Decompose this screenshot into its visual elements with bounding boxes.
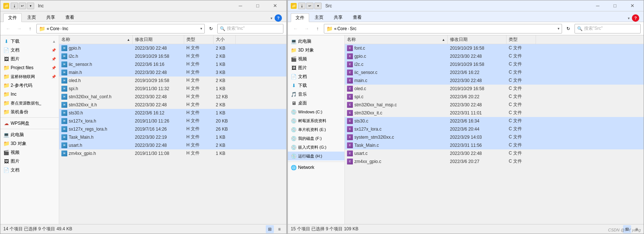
right-sidebar-video[interactable]: 🎬 视频 [288,54,344,63]
left-tab-home[interactable]: 主页 [22,13,41,22]
left-file-row-9[interactable]: Hsx127x_lora.h2019/11/30 11:26H 文件20 KB [59,117,286,125]
right-file-row-7[interactable]: Cstm32l0xx_hal_msp.c2022/3/30 22:48C 文件 [345,101,644,109]
right-file-row-3[interactable]: Ciic_sensor.c2022/3/6 16:22C 文件 [345,68,644,77]
left-bc-dropdown[interactable]: ▾ [200,26,202,31]
left-ribbon-expand[interactable]: ▾ [271,16,272,20]
right-sidebar-download[interactable]: ⬇ 下载 [288,81,344,90]
left-up-btn[interactable]: ↑ [25,24,35,33]
right-file-row-9[interactable]: Csts30.c2022/3/6 16:34C 文件 [345,117,644,125]
right-sidebar-music[interactable]: 🎵 音乐 [288,90,344,99]
right-sidebar-doc[interactable]: 📄 文档 [288,72,344,81]
right-ribbon-expand[interactable]: ▾ [628,16,630,20]
right-forward-btn[interactable]: → [302,24,311,33]
left-file-row-1[interactable]: Hi2c.h2019/10/29 16:58H 文件2 KB [59,52,286,60]
left-sidebar-doc2[interactable]: 📄 文档 [0,166,59,174]
left-sidebar-video[interactable]: 🎬 视频 [0,148,59,157]
right-back-btn[interactable]: ← [291,24,300,33]
right-refresh-btn[interactable]: ↻ [564,24,573,33]
left-sidebar-3d[interactable]: 📁 3D 对象 [0,139,59,148]
left-sidebar-docs[interactable]: 📄 文档 📌 [0,46,59,54]
right-file-row-0[interactable]: Cfont.c2019/10/29 16:58C 文件 [345,44,644,52]
right-sidebar-embed[interactable]: 💿 嵌入式资料 (G:) [288,143,344,152]
left-sidebar-saishi[interactable]: 📁 赛点资源数据包_ [0,99,59,107]
left-back-btn[interactable]: ← [3,24,13,33]
left-quick-btn-1[interactable]: ⭳ [11,3,18,9]
right-sidebar-raspi[interactable]: 💿 树莓派系统资料 [288,116,344,125]
left-help-btn[interactable]: ? [275,14,282,22]
right-bc-core[interactable]: Core [337,26,347,31]
left-sidebar-inc[interactable]: 📁 Inc [0,90,59,99]
right-file-row-14[interactable]: Czm4xx_gpio.c2022/3/6 20:27C 文件 [345,157,644,166]
left-grid-view-btn[interactable]: ⊞ [266,225,274,233]
left-sidebar-lanqiao[interactable]: 📁 蓝桥杯物联网 📌 [0,72,59,81]
left-file-row-7[interactable]: Hstm32l0xx_it.h2022/3/30 22:48H 文件2 KB [59,101,286,109]
left-bc-core[interactable]: Core [50,26,60,31]
right-quick-btn-down[interactable]: ▾ [314,3,322,9]
right-sidebar-desktop[interactable]: 🖥 桌面 [288,99,344,107]
left-minimize-btn[interactable]: ─ [232,0,249,11]
right-col-date[interactable]: 修改日期 [448,35,507,44]
left-sidebar-pics[interactable]: 🖼 图片 📌 [0,54,59,63]
right-bc-dropdown[interactable]: ▾ [558,26,559,31]
right-minimize-btn[interactable]: ─ [589,0,606,11]
left-sidebar-download[interactable]: ⬇ 下载 ▲ [0,37,59,46]
left-sidebar-wps[interactable]: ☁ WPS网盘 [0,119,59,128]
right-tab-file[interactable]: 文件 [291,13,309,22]
left-file-row-6[interactable]: Hstm32l0xx_hal_conf.h2022/3/30 22:48H 文件… [59,93,286,101]
left-col-date[interactable]: 修改日期 [133,35,184,44]
left-col-size[interactable]: 大小 [214,35,236,44]
left-sidebar-backup[interactable]: 📁 装机备份 [0,107,59,116]
right-sidebar-3d[interactable]: 📁 3D 对象 [288,46,344,54]
right-tab-view[interactable]: 查看 [348,13,366,22]
left-sidebar-pc[interactable]: 💻 此电脑 [0,130,59,139]
left-list-view-btn[interactable]: ≡ [275,225,283,233]
left-file-row-4[interactable]: Holed.h2019/10/29 16:58H 文件2 KB [59,77,286,85]
left-tab-view[interactable]: 查看 [61,13,79,22]
right-file-row-6[interactable]: Cspi.c2022/3/6 20:22C 文件 [345,93,644,101]
right-file-row-1[interactable]: Cgpio.c2022/3/30 22:48C 文件 [345,52,644,60]
right-close-btn[interactable]: ✕ [624,0,641,11]
right-file-row-12[interactable]: CTask_Main.c2022/3/31 11:56C 文件 [345,141,644,149]
left-breadcrumb[interactable]: 📁 « Core › Inc ▾ [36,24,205,33]
left-quick-btn-2[interactable]: ↩ [19,3,26,9]
left-col-name[interactable]: 名称 ▲ [59,35,133,44]
left-file-row-10[interactable]: Hsx127x_regs_lora.h2019/7/16 14:26H 文件26… [59,125,286,133]
right-sidebar-mcu[interactable]: 💿 单片机资料 (E:) [288,125,344,134]
left-file-row-8[interactable]: Hsts30.h2022/3/6 16:12H 文件1 KB [59,109,286,117]
left-sidebar-ref[interactable]: 📁 2-参考代码 [0,81,59,90]
right-file-row-11[interactable]: Csystem_stm32l0xx.c2022/3/29 14:03C 文件 [345,133,644,141]
right-file-row-2[interactable]: Ci2c.c2019/10/29 16:58C 文件 [345,60,644,68]
right-file-row-10[interactable]: Csx127x_lora.c2022/3/6 20:44C 文件 [345,125,644,133]
right-breadcrumb[interactable]: 📁 « Core › Src ▾ [324,24,562,33]
right-file-row-4[interactable]: Cmain.c2022/3/30 22:48C 文件 [345,77,644,85]
right-file-row-5[interactable]: Coled.c2019/10/29 16:58C 文件 [345,85,644,93]
right-help-btn[interactable]: ? [632,14,639,22]
right-sidebar-img[interactable]: 🖼 图片 [288,63,344,72]
right-bc-src[interactable]: Src [350,26,357,31]
right-sidebar-myd[interactable]: 💿 我的磁盘 (F:) [288,134,344,143]
right-up-btn[interactable]: ↑ [313,24,322,33]
left-tab-share[interactable]: 共享 [42,13,60,22]
left-file-row-2[interactable]: Hiic_sensor.h2022/3/6 16:16H 文件1 KB [59,60,286,68]
right-maximize-btn[interactable]: □ [607,0,623,11]
left-maximize-btn[interactable]: □ [249,0,266,11]
left-tab-file[interactable]: 文件 [3,13,22,22]
right-tab-home[interactable]: 主页 [310,13,328,22]
right-col-name[interactable]: 名称 ▲ [345,35,448,44]
right-sidebar-run[interactable]: 💿 运行磁盘 (H:) [288,152,344,160]
left-file-row-13[interactable]: Hzm4xx_gpio.h2019/11/30 11:08H 文件1 KB [59,149,286,157]
left-sidebar-project[interactable]: 📁 Project files 📌 [0,63,59,72]
right-sidebar-network[interactable]: 🌐 Network [288,163,344,172]
right-file-row-8[interactable]: Cstm32l0xx_it.c2022/3/31 11:01C 文件 [345,109,644,117]
left-file-row-12[interactable]: Husart.h2022/3/30 22:48H 文件2 KB [59,141,286,149]
left-bc-inc[interactable]: Inc [62,26,68,31]
left-file-row-0[interactable]: Hgpio.h2022/3/30 22:48H 文件2 KB [59,44,286,52]
left-col-type[interactable]: 类型 [184,35,214,44]
right-quick-btn-2[interactable]: ↩ [306,3,314,9]
left-close-btn[interactable]: ✕ [266,0,283,11]
right-quick-btn-1[interactable]: ⭳ [298,3,305,9]
left-forward-btn[interactable]: → [14,24,24,33]
left-file-row-5[interactable]: Hspi.h2019/11/30 11:32H 文件1 KB [59,85,286,93]
left-file-row-3[interactable]: Hmain.h2022/3/30 22:48H 文件3 KB [59,68,286,77]
right-tab-share[interactable]: 共享 [329,13,347,22]
